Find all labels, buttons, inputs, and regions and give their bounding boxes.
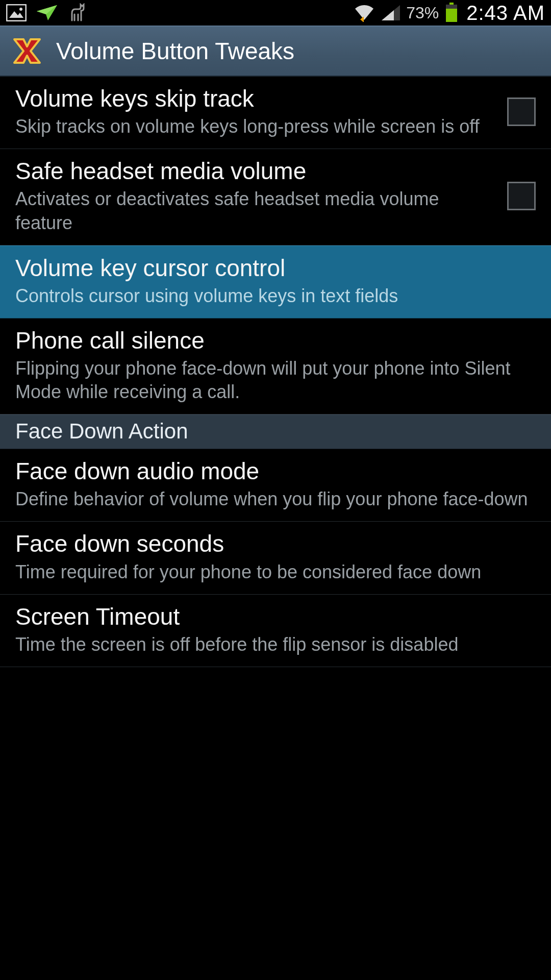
row-safe-headset-volume[interactable]: Safe headset media volume Activates or d… <box>0 149 551 245</box>
row-subtitle: Flipping your phone face-down will put y… <box>15 357 536 404</box>
row-subtitle: Time required for your phone to be consi… <box>15 560 536 584</box>
section-title: Face Down Action <box>15 419 536 444</box>
row-title: Face down audio mode <box>15 457 536 485</box>
svg-marker-8 <box>382 10 394 20</box>
row-volume-key-cursor-control[interactable]: Volume key cursor control Controls curso… <box>0 246 551 318</box>
svg-rect-0 <box>7 5 26 21</box>
row-face-down-seconds[interactable]: Face down seconds Time required for your… <box>0 522 551 594</box>
row-subtitle: Controls cursor using volume keys in tex… <box>15 284 536 308</box>
checkbox[interactable] <box>507 182 536 210</box>
checkbox[interactable] <box>507 97 536 126</box>
row-volume-keys-skip-track[interactable]: Volume keys skip track Skip tracks on vo… <box>0 77 551 149</box>
section-face-down-action: Face Down Action <box>0 414 551 449</box>
row-title: Volume keys skip track <box>15 85 497 113</box>
svg-rect-11 <box>446 9 457 22</box>
llama-icon <box>67 3 87 22</box>
svg-marker-1 <box>9 11 23 18</box>
row-title: Safe headset media volume <box>15 157 497 185</box>
row-subtitle: Activates or deactivates safe headset me… <box>15 187 497 234</box>
row-phone-call-silence[interactable]: Phone call silence Flipping your phone f… <box>0 318 551 414</box>
svg-point-2 <box>19 8 22 11</box>
gallery-icon <box>6 4 27 21</box>
row-title: Face down seconds <box>15 530 536 558</box>
battery-icon <box>445 3 458 23</box>
row-subtitle: Define behavior of volume when you flip … <box>15 487 536 511</box>
page-title: Volume Button Tweaks <box>56 37 294 65</box>
battery-percent: 73% <box>406 4 439 22</box>
row-title: Phone call silence <box>15 327 536 355</box>
row-subtitle: Time the screen is off before the flip s… <box>15 633 536 656</box>
signal-icon <box>381 4 401 21</box>
row-screen-timeout[interactable]: Screen Timeout Time the screen is off be… <box>0 595 551 667</box>
app-x-icon <box>9 33 45 69</box>
svg-rect-6 <box>363 17 364 22</box>
row-title: Screen Timeout <box>15 603 536 631</box>
paper-plane-icon <box>36 4 58 21</box>
row-face-down-audio-mode[interactable]: Face down audio mode Define behavior of … <box>0 449 551 522</box>
svg-rect-9 <box>449 3 454 5</box>
settings-list: Volume keys skip track Skip tracks on vo… <box>0 77 551 667</box>
status-bar: 73% 2:43 AM <box>0 0 551 26</box>
status-clock: 2:43 AM <box>466 2 545 24</box>
action-bar: Volume Button Tweaks <box>0 26 551 77</box>
row-subtitle: Skip tracks on volume keys long-press wh… <box>15 115 497 138</box>
wifi-icon <box>353 4 375 22</box>
row-title: Volume key cursor control <box>15 254 536 282</box>
